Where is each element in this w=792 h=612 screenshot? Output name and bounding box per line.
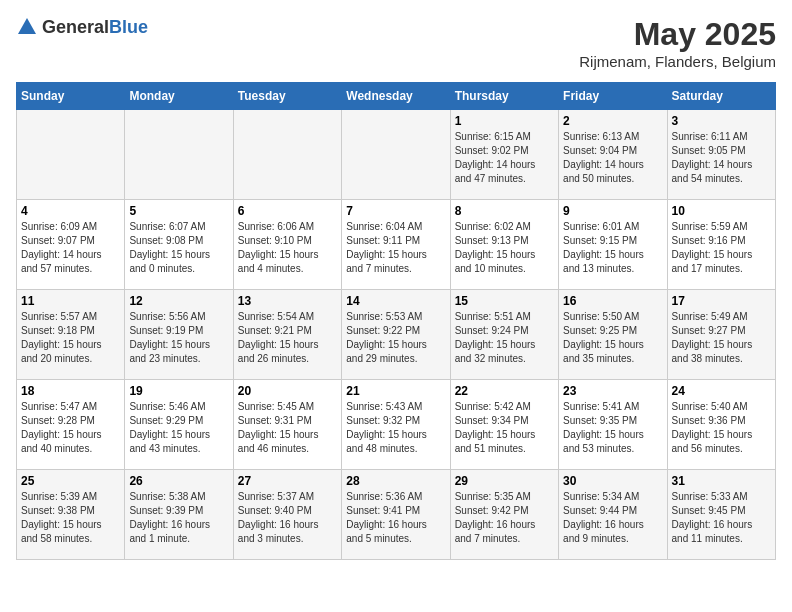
day-info: Sunrise: 5:39 AM Sunset: 9:38 PM Dayligh…	[21, 490, 120, 546]
day-number: 12	[129, 294, 228, 308]
day-number: 17	[672, 294, 771, 308]
calendar-cell: 28Sunrise: 5:36 AM Sunset: 9:41 PM Dayli…	[342, 470, 450, 560]
day-number: 26	[129, 474, 228, 488]
day-number: 23	[563, 384, 662, 398]
calendar-cell: 22Sunrise: 5:42 AM Sunset: 9:34 PM Dayli…	[450, 380, 558, 470]
calendar-cell: 15Sunrise: 5:51 AM Sunset: 9:24 PM Dayli…	[450, 290, 558, 380]
day-number: 15	[455, 294, 554, 308]
calendar-cell: 23Sunrise: 5:41 AM Sunset: 9:35 PM Dayli…	[559, 380, 667, 470]
day-info: Sunrise: 5:46 AM Sunset: 9:29 PM Dayligh…	[129, 400, 228, 456]
week-row-4: 18Sunrise: 5:47 AM Sunset: 9:28 PM Dayli…	[17, 380, 776, 470]
calendar-cell: 24Sunrise: 5:40 AM Sunset: 9:36 PM Dayli…	[667, 380, 775, 470]
day-number: 25	[21, 474, 120, 488]
day-info: Sunrise: 6:09 AM Sunset: 9:07 PM Dayligh…	[21, 220, 120, 276]
day-number: 14	[346, 294, 445, 308]
day-info: Sunrise: 5:41 AM Sunset: 9:35 PM Dayligh…	[563, 400, 662, 456]
day-info: Sunrise: 6:13 AM Sunset: 9:04 PM Dayligh…	[563, 130, 662, 186]
day-info: Sunrise: 5:42 AM Sunset: 9:34 PM Dayligh…	[455, 400, 554, 456]
day-info: Sunrise: 5:59 AM Sunset: 9:16 PM Dayligh…	[672, 220, 771, 276]
calendar-table: SundayMondayTuesdayWednesdayThursdayFrid…	[16, 82, 776, 560]
calendar-cell: 21Sunrise: 5:43 AM Sunset: 9:32 PM Dayli…	[342, 380, 450, 470]
calendar-cell: 4Sunrise: 6:09 AM Sunset: 9:07 PM Daylig…	[17, 200, 125, 290]
day-info: Sunrise: 6:02 AM Sunset: 9:13 PM Dayligh…	[455, 220, 554, 276]
day-number: 5	[129, 204, 228, 218]
day-number: 27	[238, 474, 337, 488]
day-number: 3	[672, 114, 771, 128]
main-title: May 2025	[579, 16, 776, 53]
day-number: 16	[563, 294, 662, 308]
week-row-2: 4Sunrise: 6:09 AM Sunset: 9:07 PM Daylig…	[17, 200, 776, 290]
day-number: 22	[455, 384, 554, 398]
logo-text-blue: Blue	[109, 17, 148, 37]
calendar-cell: 7Sunrise: 6:04 AM Sunset: 9:11 PM Daylig…	[342, 200, 450, 290]
day-info: Sunrise: 5:36 AM Sunset: 9:41 PM Dayligh…	[346, 490, 445, 546]
calendar-cell: 30Sunrise: 5:34 AM Sunset: 9:44 PM Dayli…	[559, 470, 667, 560]
week-row-1: 1Sunrise: 6:15 AM Sunset: 9:02 PM Daylig…	[17, 110, 776, 200]
calendar-cell: 17Sunrise: 5:49 AM Sunset: 9:27 PM Dayli…	[667, 290, 775, 380]
day-number: 11	[21, 294, 120, 308]
day-number: 13	[238, 294, 337, 308]
calendar-cell: 12Sunrise: 5:56 AM Sunset: 9:19 PM Dayli…	[125, 290, 233, 380]
day-number: 2	[563, 114, 662, 128]
day-info: Sunrise: 6:15 AM Sunset: 9:02 PM Dayligh…	[455, 130, 554, 186]
calendar-cell: 6Sunrise: 6:06 AM Sunset: 9:10 PM Daylig…	[233, 200, 341, 290]
day-info: Sunrise: 6:07 AM Sunset: 9:08 PM Dayligh…	[129, 220, 228, 276]
day-info: Sunrise: 5:43 AM Sunset: 9:32 PM Dayligh…	[346, 400, 445, 456]
day-info: Sunrise: 5:53 AM Sunset: 9:22 PM Dayligh…	[346, 310, 445, 366]
day-number: 20	[238, 384, 337, 398]
week-row-5: 25Sunrise: 5:39 AM Sunset: 9:38 PM Dayli…	[17, 470, 776, 560]
calendar-cell: 11Sunrise: 5:57 AM Sunset: 9:18 PM Dayli…	[17, 290, 125, 380]
calendar-cell	[342, 110, 450, 200]
col-header-thursday: Thursday	[450, 83, 558, 110]
day-info: Sunrise: 5:34 AM Sunset: 9:44 PM Dayligh…	[563, 490, 662, 546]
day-info: Sunrise: 5:57 AM Sunset: 9:18 PM Dayligh…	[21, 310, 120, 366]
subtitle: Rijmenam, Flanders, Belgium	[579, 53, 776, 70]
day-info: Sunrise: 5:47 AM Sunset: 9:28 PM Dayligh…	[21, 400, 120, 456]
calendar-cell: 9Sunrise: 6:01 AM Sunset: 9:15 PM Daylig…	[559, 200, 667, 290]
calendar-cell: 1Sunrise: 6:15 AM Sunset: 9:02 PM Daylig…	[450, 110, 558, 200]
day-info: Sunrise: 5:54 AM Sunset: 9:21 PM Dayligh…	[238, 310, 337, 366]
calendar-cell: 16Sunrise: 5:50 AM Sunset: 9:25 PM Dayli…	[559, 290, 667, 380]
day-info: Sunrise: 5:51 AM Sunset: 9:24 PM Dayligh…	[455, 310, 554, 366]
calendar-cell: 2Sunrise: 6:13 AM Sunset: 9:04 PM Daylig…	[559, 110, 667, 200]
col-header-tuesday: Tuesday	[233, 83, 341, 110]
col-header-wednesday: Wednesday	[342, 83, 450, 110]
calendar-cell	[17, 110, 125, 200]
logo: GeneralBlue	[16, 16, 148, 38]
day-number: 24	[672, 384, 771, 398]
day-number: 8	[455, 204, 554, 218]
calendar-cell: 29Sunrise: 5:35 AM Sunset: 9:42 PM Dayli…	[450, 470, 558, 560]
day-number: 31	[672, 474, 771, 488]
day-info: Sunrise: 5:56 AM Sunset: 9:19 PM Dayligh…	[129, 310, 228, 366]
day-number: 28	[346, 474, 445, 488]
svg-marker-0	[18, 18, 36, 34]
day-info: Sunrise: 6:11 AM Sunset: 9:05 PM Dayligh…	[672, 130, 771, 186]
header: GeneralBlue May 2025 Rijmenam, Flanders,…	[16, 16, 776, 70]
day-number: 19	[129, 384, 228, 398]
day-number: 1	[455, 114, 554, 128]
day-number: 18	[21, 384, 120, 398]
col-header-sunday: Sunday	[17, 83, 125, 110]
calendar-cell: 19Sunrise: 5:46 AM Sunset: 9:29 PM Dayli…	[125, 380, 233, 470]
calendar-cell	[125, 110, 233, 200]
day-info: Sunrise: 5:45 AM Sunset: 9:31 PM Dayligh…	[238, 400, 337, 456]
calendar-cell: 20Sunrise: 5:45 AM Sunset: 9:31 PM Dayli…	[233, 380, 341, 470]
calendar-cell: 13Sunrise: 5:54 AM Sunset: 9:21 PM Dayli…	[233, 290, 341, 380]
day-number: 21	[346, 384, 445, 398]
calendar-cell: 3Sunrise: 6:11 AM Sunset: 9:05 PM Daylig…	[667, 110, 775, 200]
day-info: Sunrise: 5:38 AM Sunset: 9:39 PM Dayligh…	[129, 490, 228, 546]
day-number: 6	[238, 204, 337, 218]
calendar-cell: 18Sunrise: 5:47 AM Sunset: 9:28 PM Dayli…	[17, 380, 125, 470]
logo-icon	[16, 16, 38, 38]
week-row-3: 11Sunrise: 5:57 AM Sunset: 9:18 PM Dayli…	[17, 290, 776, 380]
day-info: Sunrise: 6:01 AM Sunset: 9:15 PM Dayligh…	[563, 220, 662, 276]
day-number: 4	[21, 204, 120, 218]
day-info: Sunrise: 5:40 AM Sunset: 9:36 PM Dayligh…	[672, 400, 771, 456]
day-number: 7	[346, 204, 445, 218]
day-number: 9	[563, 204, 662, 218]
day-number: 29	[455, 474, 554, 488]
title-area: May 2025 Rijmenam, Flanders, Belgium	[579, 16, 776, 70]
col-header-friday: Friday	[559, 83, 667, 110]
day-info: Sunrise: 6:06 AM Sunset: 9:10 PM Dayligh…	[238, 220, 337, 276]
calendar-cell: 14Sunrise: 5:53 AM Sunset: 9:22 PM Dayli…	[342, 290, 450, 380]
